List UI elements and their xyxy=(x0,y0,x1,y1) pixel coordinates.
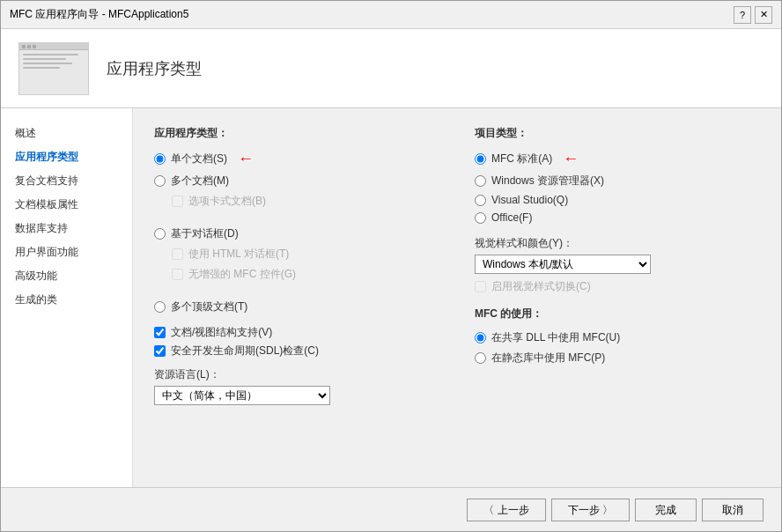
radio-windows-explorer-label[interactable]: Windows 资源管理器(X) xyxy=(491,174,604,188)
header-title: 应用程序类型 xyxy=(107,58,202,79)
radio-visual-studio[interactable]: Visual Studio(Q) xyxy=(475,194,760,206)
radio-windows-explorer[interactable]: Windows 资源管理器(X) xyxy=(475,174,760,188)
checkbox-sdl-input[interactable] xyxy=(154,345,166,357)
radio-static-lib-input[interactable] xyxy=(475,352,486,364)
checkbox-doc-view-input[interactable] xyxy=(154,327,166,338)
radio-single-doc-input[interactable] xyxy=(154,153,166,165)
radio-single-doc-label[interactable]: 单个文档(S) xyxy=(171,151,227,166)
icon-dot-3 xyxy=(33,45,36,48)
radio-windows-explorer-input[interactable] xyxy=(475,175,486,187)
checkbox-tab-doc-label: 选项卡式文档(B) xyxy=(188,194,266,209)
checkbox-style-switch: 启用视觉样式切换(C) xyxy=(475,279,760,294)
visual-style-label: 视觉样式和颜色(Y)： xyxy=(475,236,760,251)
mfc-use-label: MFC 的使用： xyxy=(475,307,760,321)
icon-line-1 xyxy=(23,54,78,55)
right-column: 项目类型： MFC 标准(A) ← Windows 资源管理器(X) xyxy=(475,126,760,405)
arrow-single-doc: ← xyxy=(238,150,254,168)
content-area: 应用程序类型： 单个文档(S) ← 多个文档(M) xyxy=(133,108,781,487)
icon-line-4 xyxy=(23,67,60,69)
checkbox-no-mfc-input xyxy=(172,269,183,280)
finish-button[interactable]: 完成 xyxy=(635,499,697,521)
checkbox-html-dialog-input xyxy=(172,248,183,260)
checkbox-tab-doc-input xyxy=(172,196,183,207)
radio-office-label[interactable]: Office(F) xyxy=(491,211,532,224)
radio-dialog-label[interactable]: 基于对话框(D) xyxy=(171,226,239,241)
radio-static-lib[interactable]: 在静态库中使用 MFC(P) xyxy=(475,351,760,366)
radio-multi-doc-input[interactable] xyxy=(154,175,166,187)
radio-dialog[interactable]: 基于对话框(D) xyxy=(154,226,439,241)
main-body: 概述 应用程序类型 复合文档支持 文档模板属性 数据库支持 用户界面功能 高级功… xyxy=(1,108,781,487)
header-icon xyxy=(18,42,89,95)
radio-mfc-standard-label[interactable]: MFC 标准(A) xyxy=(491,151,552,166)
cancel-button[interactable]: 取消 xyxy=(702,499,764,521)
close-button[interactable]: ✕ xyxy=(755,6,772,24)
prev-button[interactable]: 〈 上一步 xyxy=(467,499,545,521)
icon-line-2 xyxy=(23,58,66,60)
radio-shared-dll[interactable]: 在共享 DLL 中使用 MFC(U) xyxy=(475,330,760,345)
checkbox-doc-view-label[interactable]: 文档/视图结构支持(V) xyxy=(171,325,272,340)
sidebar-item-advanced[interactable]: 高级功能 xyxy=(1,265,132,287)
checkbox-style-switch-input xyxy=(475,281,486,292)
title-bar-buttons: ? ✕ xyxy=(734,6,772,24)
radio-office-input[interactable] xyxy=(475,212,486,224)
project-type-label: 项目类型： xyxy=(475,126,760,141)
checkbox-sdl-label[interactable]: 安全开发生命周期(SDL)检查(C) xyxy=(171,344,319,358)
title-bar-text: MFC 应用程序向导 - MFCApplication5 xyxy=(10,7,188,22)
checkbox-no-mfc-label: 无增强的 MFC 控件(G) xyxy=(188,267,296,282)
radio-multi-doc[interactable]: 多个文档(M) xyxy=(154,174,439,188)
icon-dot-2 xyxy=(27,45,31,48)
checkbox-group: 文档/视图结构支持(V) 安全开发生命周期(SDL)检查(C) xyxy=(154,325,439,358)
checkbox-doc-view[interactable]: 文档/视图结构支持(V) xyxy=(154,325,439,340)
arrow-mfc-standard: ← xyxy=(563,150,579,168)
radio-shared-dll-input[interactable] xyxy=(475,332,486,344)
mfc-use-group: MFC 的使用： 在共享 DLL 中使用 MFC(U) 在静态库中使用 MFC(… xyxy=(475,307,760,366)
title-bar: MFC 应用程序向导 - MFCApplication5 ? ✕ xyxy=(1,1,781,29)
sidebar-item-doc-template[interactable]: 文档模板属性 xyxy=(1,194,132,216)
radio-multi-toplevel[interactable]: 多个顶级文档(T) xyxy=(154,299,439,314)
radio-mfc-standard-input[interactable] xyxy=(475,153,486,165)
help-button[interactable]: ? xyxy=(734,6,751,24)
icon-dot-1 xyxy=(22,45,26,48)
resource-lang-label: 资源语言(L)： xyxy=(154,367,439,382)
visual-style-group: 视觉样式和颜色(Y)： Windows 本机/默认 xyxy=(475,236,760,274)
sidebar: 概述 应用程序类型 复合文档支持 文档模板属性 数据库支持 用户界面功能 高级功… xyxy=(1,108,133,487)
icon-lines xyxy=(19,50,88,72)
header-area: 应用程序类型 xyxy=(1,29,781,108)
mfc-use-radio-group: 在共享 DLL 中使用 MFC(U) 在静态库中使用 MFC(P) xyxy=(475,330,760,366)
content-columns: 应用程序类型： 单个文档(S) ← 多个文档(M) xyxy=(154,126,760,405)
radio-mfc-standard[interactable]: MFC 标准(A) ← xyxy=(475,150,760,168)
radio-multi-toplevel-input[interactable] xyxy=(154,301,166,313)
sidebar-item-compound-doc[interactable]: 复合文档支持 xyxy=(1,170,132,192)
checkbox-html-dialog-label: 使用 HTML 对话框(T) xyxy=(188,247,289,262)
radio-shared-dll-label[interactable]: 在共享 DLL 中使用 MFC(U) xyxy=(491,330,620,345)
radio-dialog-input[interactable] xyxy=(154,228,166,240)
visual-style-select-row: Windows 本机/默认 xyxy=(475,255,760,274)
project-type-radio-group: MFC 标准(A) ← Windows 资源管理器(X) Visual Stud… xyxy=(475,150,760,224)
resource-lang-select[interactable]: 中文（简体，中国） xyxy=(154,386,330,405)
main-dialog: MFC 应用程序向导 - MFCApplication5 ? ✕ 应用程序类型 xyxy=(0,0,782,532)
radio-multi-toplevel-label[interactable]: 多个顶级文档(T) xyxy=(171,299,247,314)
next-button[interactable]: 下一步 〉 xyxy=(551,499,630,521)
checkbox-html-dialog: 使用 HTML 对话框(T) xyxy=(172,247,439,262)
sidebar-item-db-support[interactable]: 数据库支持 xyxy=(1,218,132,240)
sidebar-item-overview[interactable]: 概述 xyxy=(1,122,132,144)
resource-lang-select-row: 中文（简体，中国） xyxy=(154,386,439,405)
radio-visual-studio-label[interactable]: Visual Studio(Q) xyxy=(491,194,568,206)
visual-style-select[interactable]: Windows 本机/默认 xyxy=(475,255,651,274)
icon-line-3 xyxy=(23,63,72,64)
app-type-radio-group: 单个文档(S) ← 多个文档(M) 选项卡式文档(B) xyxy=(154,150,439,314)
left-column: 应用程序类型： 单个文档(S) ← 多个文档(M) xyxy=(154,126,439,405)
footer: 〈 上一步 下一步 〉 完成 取消 xyxy=(1,487,781,531)
checkbox-sdl[interactable]: 安全开发生命周期(SDL)检查(C) xyxy=(154,344,439,358)
sidebar-item-generated[interactable]: 生成的类 xyxy=(1,289,132,311)
checkbox-style-switch-label: 启用视觉样式切换(C) xyxy=(491,279,591,294)
radio-visual-studio-input[interactable] xyxy=(475,195,486,206)
checkbox-no-mfc: 无增强的 MFC 控件(G) xyxy=(172,267,439,282)
radio-office[interactable]: Office(F) xyxy=(475,211,760,224)
sidebar-item-ui-features[interactable]: 用户界面功能 xyxy=(1,241,132,263)
radio-single-doc[interactable]: 单个文档(S) ← xyxy=(154,150,439,168)
sidebar-item-app-type[interactable]: 应用程序类型 xyxy=(1,146,132,168)
radio-static-lib-label[interactable]: 在静态库中使用 MFC(P) xyxy=(491,351,605,366)
app-type-label: 应用程序类型： xyxy=(154,126,439,141)
radio-multi-doc-label[interactable]: 多个文档(M) xyxy=(171,174,229,188)
